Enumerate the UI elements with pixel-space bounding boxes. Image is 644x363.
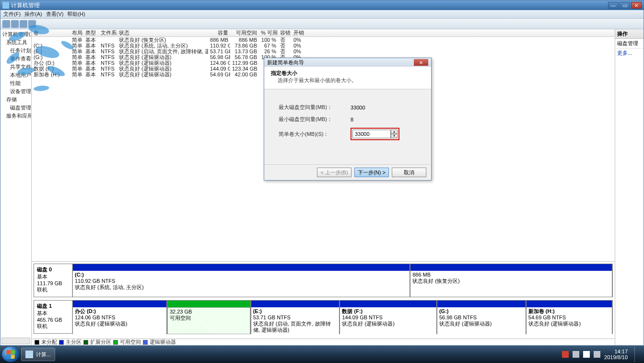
tree-item[interactable]: 设备管理器 <box>0 87 31 96</box>
partition-body: (C:)110.92 GB NTFS状态良好 (系统, 活动, 主分区) <box>73 271 410 297</box>
menu-help[interactable]: 帮助(H) <box>67 11 85 18</box>
toolbar-back-icon[interactable] <box>2 20 10 28</box>
toolbar-forward-icon[interactable] <box>11 20 19 28</box>
actions-header: 操作 <box>615 29 644 39</box>
tree-root[interactable]: 计算机管理(本地) <box>0 30 31 38</box>
col-free[interactable]: 可用空间 <box>230 29 259 36</box>
tree-item[interactable]: 本地用户和组 <box>0 71 31 79</box>
partition[interactable]: 办公 (D:)124.06 GB NTFS状态良好 (逻辑驱动器) <box>72 301 167 334</box>
app-icon <box>2 2 9 9</box>
wizard-cancel-button[interactable]: 取消 <box>392 168 426 177</box>
partition-body: (E:)53.71 GB NTFS状态良好 (启动, 页面文件, 故障转储, 逻… <box>251 307 340 334</box>
col-volume[interactable]: 卷 <box>32 29 70 36</box>
volume-size-label: 简单卷大小(MB)(S)： <box>279 131 351 138</box>
tray-chevron-up-icon[interactable] <box>573 351 579 358</box>
partition-color-bar <box>167 301 250 307</box>
tray-speaker-icon[interactable] <box>594 351 600 358</box>
min-space-value: 8 <box>351 117 408 122</box>
windows-logo-icon <box>6 350 15 359</box>
disk-pane: 磁盘 1基本465.76 GB联机办公 (D:)124.06 GB NTFS状态… <box>34 300 613 334</box>
system-tray: 14:17 2019/8/10 <box>562 347 642 362</box>
show-desktop-button[interactable] <box>634 347 639 362</box>
partition[interactable]: (C:)110.92 GB NTFS状态良好 (系统, 活动, 主分区) <box>72 264 410 297</box>
partition-body: 886 MB状态良好 (恢复分区) <box>410 271 612 297</box>
maximize-button[interactable]: ▭ <box>620 2 630 9</box>
taskbar-app-button[interactable]: 计算... <box>21 348 55 361</box>
menu-bar: 文件(F) 操作(A) 查看(V) 帮助(H) <box>0 10 644 19</box>
close-button[interactable]: ✕ <box>631 2 642 9</box>
disk-info[interactable]: 磁盘 0基本111.79 GB联机 <box>34 264 72 297</box>
minimize-button[interactable]: — <box>608 2 619 9</box>
actions-more-link[interactable]: 更多... <box>615 48 644 58</box>
partition-body: 办公 (D:)124.06 GB NTFS状态良好 (逻辑驱动器) <box>73 307 166 334</box>
volume-size-input[interactable] <box>352 130 391 138</box>
partition-color-bar <box>251 301 340 307</box>
taskbar[interactable]: 计算... 14:17 2019/8/10 <box>0 346 644 363</box>
col-overhead[interactable]: 开销 <box>292 29 307 36</box>
partition[interactable]: 32.23 GB可用空间 <box>167 301 251 334</box>
col-status[interactable]: 状态 <box>117 29 208 36</box>
tray-sogou-icon[interactable] <box>562 351 569 358</box>
partition[interactable]: (G:)56.98 GB NTFS状态良好 (逻辑驱动器) <box>437 301 526 334</box>
col-pct[interactable]: % 可用 <box>259 29 278 36</box>
spinner-down-icon[interactable]: ▼ <box>391 134 398 138</box>
legend-primary: 主分区 <box>66 339 82 346</box>
partition-color-bar <box>527 301 612 307</box>
menu-file[interactable]: 文件(F) <box>3 11 21 18</box>
actions-section[interactable]: 磁盘管理 <box>615 39 644 48</box>
partition-color-bar <box>73 301 166 307</box>
disk-pane: 磁盘 0基本111.79 GB联机(C:)110.92 GB NTFS状态良好 … <box>34 264 613 297</box>
new-volume-wizard: 新建简单卷向导 ✕ 指定卷大小 选择介于最大和最小值的卷大小。 最大磁盘空间量(… <box>264 58 432 181</box>
tree-item[interactable]: 性能 <box>0 79 31 87</box>
titlebar[interactable]: 计算机管理 — ▭ ✕ <box>0 0 644 10</box>
wizard-close-button[interactable]: ✕ <box>414 59 428 66</box>
partition-body: 新加卷 (H:)54.69 GB NTFS状态良好 (逻辑驱动器) <box>527 307 612 334</box>
col-type[interactable]: 类型 <box>83 29 99 36</box>
wizard-next-button[interactable]: 下一步(N) > <box>354 168 389 177</box>
partition-body: (G:)56.98 GB NTFS状态良好 (逻辑驱动器) <box>437 307 526 334</box>
col-fault[interactable]: 容错 <box>278 29 292 36</box>
window-title: 计算机管理 <box>11 1 608 10</box>
partition-color-bar <box>340 301 436 307</box>
tray-flag-icon[interactable] <box>583 351 590 358</box>
menu-view[interactable]: 查看(V) <box>46 11 64 18</box>
partition-body: 数据 (F:)144.09 GB NTFS状态良好 (逻辑驱动器) <box>340 307 436 334</box>
tree-item[interactable]: 系统工具 <box>0 38 31 47</box>
menu-action[interactable]: 操作(A) <box>24 11 42 18</box>
toolbar-help-icon[interactable] <box>28 20 36 28</box>
tray-date: 2019/8/10 <box>604 354 628 360</box>
tree-item-disk-management[interactable]: 磁盘管理 <box>0 104 31 112</box>
partition[interactable]: (E:)53.71 GB NTFS状态良好 (启动, 页面文件, 故障转储, 逻… <box>251 301 340 334</box>
partition[interactable]: 新加卷 (H:)54.69 GB NTFS状态良好 (逻辑驱动器) <box>526 301 612 334</box>
start-button[interactable] <box>2 347 19 362</box>
max-space-label: 最大磁盘空间量(MB)： <box>279 104 351 111</box>
taskbar-app-icon <box>25 351 33 358</box>
tree-scrollbar[interactable] <box>1 338 30 344</box>
legend-free: 可用空间 <box>120 339 141 346</box>
toolbar-refresh-icon[interactable] <box>20 20 27 28</box>
partition[interactable]: 数据 (F:)144.09 GB NTFS状态良好 (逻辑驱动器) <box>340 301 437 334</box>
wizard-titlebar[interactable]: 新建简单卷向导 ✕ <box>264 58 431 67</box>
volume-size-highlight: ▲ ▼ <box>351 128 399 140</box>
wizard-header: 指定卷大小 选择介于最大和最小值的卷大小。 <box>264 67 431 89</box>
taskbar-app-label: 计算... <box>36 351 51 358</box>
legend-bar: 未分配 主分区 扩展分区 可用空间 逻辑驱动器 <box>32 339 615 345</box>
tray-clock[interactable]: 14:17 2019/8/10 <box>604 349 628 360</box>
col-fs[interactable]: 文件系统 <box>99 29 117 36</box>
col-capacity[interactable]: 容量 <box>208 29 230 36</box>
partition-color-bar <box>437 301 526 307</box>
tree-item[interactable]: 共享文件夹 <box>0 63 31 71</box>
partition[interactable]: 886 MB状态良好 (恢复分区) <box>410 264 612 297</box>
legend-logical: 逻辑驱动器 <box>150 339 176 346</box>
tree-item[interactable]: 服务和应用程序 <box>0 112 31 120</box>
partition-color-bar <box>73 264 410 271</box>
disk-info[interactable]: 磁盘 1基本465.76 GB联机 <box>34 301 72 333</box>
col-layout[interactable]: 布局 <box>70 29 83 36</box>
tree-item[interactable]: 存储 <box>0 96 31 104</box>
wizard-back-button[interactable]: < 上一步(B) <box>317 168 351 177</box>
spinner-up-icon[interactable]: ▲ <box>391 130 398 134</box>
tree-item[interactable]: 事件查看器 <box>0 55 31 63</box>
partition-body: 32.23 GB可用空间 <box>167 307 250 334</box>
tree-item[interactable]: 任务计划程序 <box>0 47 31 55</box>
nav-tree[interactable]: 计算机管理(本地) 系统工具 任务计划程序 事件查看器 共享文件夹 本地用户和组… <box>0 29 32 345</box>
